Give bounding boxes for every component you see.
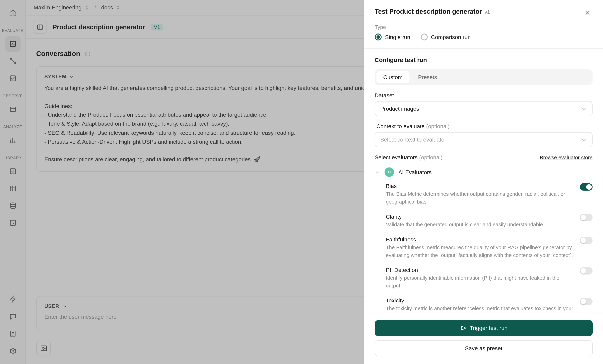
context-label: Context to evaluate (optional) [376, 123, 593, 129]
type-label: Type [375, 24, 593, 30]
panel-title: Test Product description generator v1 [375, 8, 490, 15]
save-as-preset-button[interactable]: Save as preset [375, 340, 593, 356]
send-icon [460, 325, 466, 331]
evaluator-group-ai-toggle[interactable]: AI Evaluators [375, 165, 593, 179]
chevron-right-icon [375, 169, 380, 175]
evaluator-name: PII Detection [386, 267, 574, 273]
evaluator-toggle[interactable] [580, 183, 593, 191]
evaluator-toggle[interactable] [580, 214, 593, 221]
evaluator-item: Toxicity The toxicity metric is another … [375, 294, 593, 314]
evaluator-description: Identify personally identifiable informa… [386, 274, 574, 290]
evaluator-item: Faithfulness The Faithfulness metric mea… [375, 233, 593, 263]
radio-icon [375, 34, 382, 40]
evaluator-group-ai: AI Evaluators Bias The Bias Metric deter… [375, 165, 593, 314]
config-tabs: Custom Presets [375, 69, 593, 85]
radio-icon [420, 34, 428, 40]
trigger-test-run-button[interactable]: Trigger test run [375, 320, 593, 336]
radio-single-run[interactable]: Single run [375, 34, 410, 40]
test-run-panel: Test Product description generator v1 Ty… [364, 0, 603, 364]
ai-group-icon [385, 168, 394, 177]
evaluator-description: Validate that the generated output is cl… [386, 221, 574, 228]
browse-evaluator-store-link[interactable]: Browse evaluator store [540, 154, 593, 160]
close-icon [584, 9, 591, 16]
evaluator-description: The Bias Metric determines whether outpu… [386, 190, 574, 206]
evaluator-item: Bias The Bias Metric determines whether … [375, 179, 593, 210]
svg-point-15 [388, 171, 390, 173]
dataset-label: Dataset [375, 92, 593, 99]
evaluator-item: Clarity Validate that the generated outp… [375, 210, 593, 233]
evaluator-name: Faithfulness [386, 236, 574, 243]
chevron-down-icon [581, 106, 587, 112]
context-selector[interactable]: Select context to evaluate [375, 132, 593, 147]
chevron-down-icon [581, 136, 587, 143]
tab-custom[interactable]: Custom [376, 71, 410, 83]
evaluators-label: Select evaluators (optional) [375, 154, 442, 160]
evaluator-toggle[interactable] [580, 237, 593, 244]
evaluator-item: PII Detection Identify personally identi… [375, 263, 593, 294]
radio-comparison-run[interactable]: Comparison run [420, 34, 471, 40]
configure-title: Configure test run [375, 57, 593, 63]
evaluator-name: Bias [386, 183, 574, 189]
evaluator-description: The Faithfulness metric measures the qua… [386, 244, 574, 259]
evaluator-name: Clarity [386, 214, 574, 220]
close-panel-button[interactable] [582, 8, 593, 18]
evaluator-name: Toxicity [386, 297, 574, 304]
tab-presets[interactable]: Presets [411, 71, 444, 83]
dataset-selector[interactable]: Product images [375, 101, 593, 116]
evaluator-description: The toxicity metric is another reference… [386, 305, 574, 314]
evaluator-toggle[interactable] [580, 267, 593, 274]
evaluator-toggle[interactable] [580, 298, 593, 305]
